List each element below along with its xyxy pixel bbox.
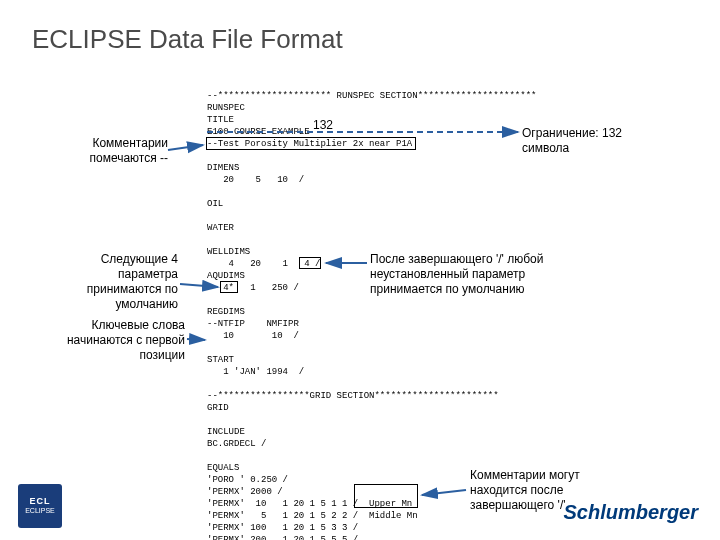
box-comment-line: [206, 137, 416, 150]
box-aqudims-defaults: [220, 281, 238, 293]
annotation-132-limit: Ограничение: 132 символа: [522, 126, 692, 156]
box-equals-comments: [354, 484, 418, 508]
schlumberger-logo: Schlumberger: [564, 501, 698, 524]
annotation-comments-dashes: Комментарии помечаются --: [48, 136, 168, 166]
ecl-logo-top: ECL: [30, 496, 51, 506]
page-title: ECLIPSE Data File Format: [32, 24, 343, 55]
annotation-keywords-col1: Ключевые слова начинаются с первой позиц…: [40, 318, 185, 363]
annotation-slash-default: После завершающего '/' любой неустановле…: [370, 252, 650, 297]
svg-line-2: [187, 339, 205, 340]
box-welldims-slash: [299, 257, 321, 269]
annotation-four-defaults: Следующие 4 параметра принимаются по умо…: [48, 252, 178, 312]
ecl-logo: ECL ECLIPSE: [18, 484, 62, 528]
ecl-logo-bottom: ECLIPSE: [25, 506, 55, 516]
label-132: 132: [313, 118, 333, 132]
svg-line-0: [168, 145, 203, 150]
